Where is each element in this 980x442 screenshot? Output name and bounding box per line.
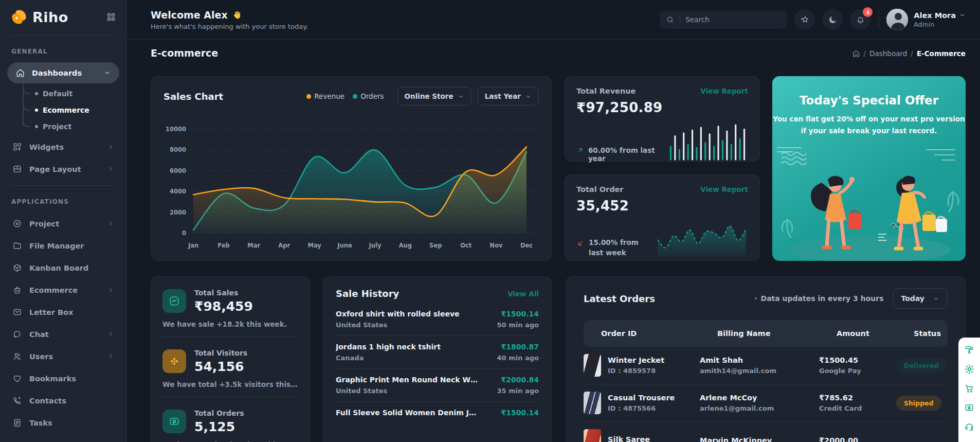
divider	[10, 185, 116, 186]
svg-text:0: 0	[182, 229, 186, 237]
legend-dot	[306, 94, 311, 99]
sidebar-item-contacts[interactable]: Contacts	[7, 390, 119, 412]
product-location: United States	[336, 321, 460, 329]
stat-label: Total Orders	[194, 409, 244, 417]
sidebar-item-bookmarks[interactable]: Bookmarks	[7, 367, 119, 390]
sidebar-item-label: Users	[29, 352, 53, 361]
sidebar-item-chat[interactable]: Chat	[7, 323, 119, 345]
arrow-down-left-icon	[576, 239, 585, 247]
user-role: Admin	[914, 21, 966, 28]
sidebar-item-project[interactable]: Project	[7, 213, 119, 235]
search-input[interactable]	[685, 15, 757, 24]
stat-value: ₹98,459	[194, 299, 253, 314]
table-row[interactable]: Casual TrousereID : 4875566 Arlene McCoy…	[584, 384, 948, 421]
heart-icon	[12, 374, 22, 383]
sidebar-item-dashboards[interactable]: Dashboards	[7, 62, 119, 83]
theme-customizer-button[interactable]	[964, 345, 974, 355]
sales-chart-title: Sales Chart	[164, 91, 223, 102]
view-report-link[interactable]: View Report	[700, 185, 748, 193]
mail-icon	[12, 307, 22, 317]
sidebar-item-kanban-board[interactable]: Kanban Board	[7, 257, 119, 279]
home-icon[interactable]	[852, 49, 860, 58]
store-filter-dropdown[interactable]: Online Store	[397, 87, 471, 105]
user-menu[interactable]: Alex Mora Admin	[886, 9, 966, 30]
sidebar-item-label: Chat	[29, 330, 49, 339]
view-report-link[interactable]: View Report	[700, 87, 748, 95]
clipboard-icon	[12, 418, 22, 428]
table-row[interactable]: Winter JecketID : 4859578 Amit Shahamith…	[584, 347, 948, 384]
search-bar[interactable]	[660, 10, 787, 29]
chevron-down-icon	[933, 295, 939, 302]
paint-roller-icon	[964, 345, 974, 355]
sidebar-item-page-layout[interactable]: Page Layout	[7, 158, 119, 180]
chart-legend: Revenue Orders	[306, 92, 384, 100]
total-revenue-value: ₹97,250.89	[576, 100, 748, 115]
product-thumbnail	[584, 354, 601, 377]
sidebar-subitem-default[interactable]: Default	[23, 85, 119, 102]
tree-elbow	[23, 119, 30, 127]
sidebar-item-file-manager[interactable]: File Manager	[7, 235, 119, 257]
period-filter-dropdown[interactable]: Last Year	[478, 87, 539, 105]
col-amount: Amount	[837, 329, 914, 338]
chevron-right-icon	[107, 220, 114, 227]
cart-button[interactable]	[964, 383, 974, 394]
offer-title: Today's Special Offer	[772, 94, 966, 107]
stat-total-visitors: Total Visitors 54,156	[151, 348, 310, 374]
product-name: Oxford shirt with rolled sleeve	[336, 310, 460, 318]
settings-button[interactable]	[964, 364, 975, 375]
sidebar-item-ecommerce[interactable]: Ecommerce	[7, 279, 119, 301]
buy-now-button[interactable]	[964, 402, 974, 413]
divider	[879, 10, 879, 29]
latest-orders-card: Latest Orders Data updates in every 3 ho…	[566, 276, 966, 442]
view-all-link[interactable]: View All	[507, 290, 539, 298]
chevron-down-icon	[458, 93, 464, 100]
sale-time: 50 min ago	[497, 321, 539, 329]
stat-value: 54,156	[194, 359, 247, 374]
bookmark-star-button[interactable]	[794, 9, 815, 30]
chevron-right-icon	[107, 353, 114, 360]
notifications-button[interactable]: 4	[850, 9, 870, 30]
sidebar-item-label: Dashboards	[32, 69, 82, 77]
sidebar-item-widgets[interactable]: Widgets	[7, 136, 119, 158]
sidebar-toggle-button[interactable]	[106, 12, 116, 22]
update-note: Data updates in every 3 hours	[755, 294, 884, 303]
sale-history-item[interactable]: Full Sleeve Solid Women Denim Jac... ₹15…	[323, 402, 551, 427]
cart-icon	[964, 383, 974, 394]
breadcrumb-separator: /	[911, 49, 913, 58]
sidebar-item-tasks[interactable]: Tasks	[7, 412, 119, 434]
breadcrumb-dashboard[interactable]: Dashboard	[869, 49, 907, 58]
svg-text:2000: 2000	[170, 209, 186, 216]
sidebar-item-users[interactable]: Users	[7, 345, 119, 367]
stat-note: We have sale +18.2k this week.	[151, 320, 310, 328]
sale-history-item[interactable]: Jordans 1 high neck tshirtCanada ₹1800.8…	[323, 336, 551, 368]
dark-mode-button[interactable]	[822, 9, 843, 30]
svg-text:Jan: Jan	[188, 242, 198, 249]
arrow-up-right-icon	[576, 146, 584, 154]
sidebar-subitem-ecommerce[interactable]: Ecommerce	[23, 102, 119, 118]
sale-history-item[interactable]: Graphic Print Men Round Neck Whi...Unite…	[323, 369, 551, 401]
support-button[interactable]	[964, 421, 974, 432]
user-text: Alex Mora Admin	[914, 11, 966, 28]
cube-icon	[12, 263, 22, 273]
search-icon	[666, 15, 675, 24]
legend-dot	[353, 94, 357, 99]
app-root: { "theme":{"accent":"#0da487","orange":"…	[0, 0, 980, 442]
home-icon	[15, 68, 25, 78]
order-id: ID : 4859578	[608, 367, 664, 375]
logo[interactable]: Riho	[7, 0, 119, 34]
special-offer-card: Today's Special Offer You can flat get 2…	[772, 76, 966, 261]
order-id: ID : 4875566	[608, 404, 675, 412]
gear-icon	[964, 364, 975, 375]
total-revenue-delta: 60.00% from last year	[588, 146, 669, 163]
product-name: Jordans 1 high neck tshirt	[336, 343, 441, 351]
sales-area-chart: 1000080006000400020000JanFebMarAprMayJun…	[164, 121, 540, 256]
status-badge: Delivered	[896, 358, 947, 373]
period-dropdown[interactable]: Today	[893, 288, 948, 309]
breadcrumb-separator: /	[864, 49, 866, 58]
table-row[interactable]: Silk Saree Marvin McKinney ₹2000.00	[584, 422, 948, 442]
order-amount: ₹1500.45	[819, 356, 896, 364]
svg-text:4000: 4000	[170, 188, 186, 195]
sale-history-item[interactable]: Oxford shirt with rolled sleeveUnited St…	[323, 303, 551, 335]
sidebar-subitem-project[interactable]: Project	[23, 118, 119, 135]
sidebar-item-letter-box[interactable]: Letter Box	[7, 301, 119, 323]
